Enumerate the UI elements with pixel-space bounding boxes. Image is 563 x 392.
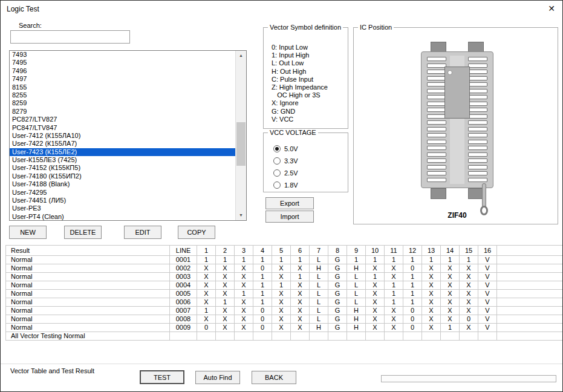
list-item[interactable]: User-7423 (К155ЛЕ2) [10,148,236,156]
ic-list-items: 74937495749674978155825582598279PC827/LT… [10,51,236,220]
list-item[interactable]: User-7422 (К155ЛА7) [10,140,236,148]
vcc-option[interactable]: 1.8V [273,179,298,191]
result-cell: Normal [6,298,170,307]
pin-cell: X [460,264,478,273]
table-row: Normal0004XXX11XLGLX11XXXV [6,281,563,290]
vector-symbol-line: 0: Input Low [272,44,328,51]
empty-cell [170,332,197,341]
radio-icon[interactable] [273,145,281,152]
empty-cell [291,332,310,341]
edit-button[interactable]: EDIT [124,226,161,239]
column-header: 3 [235,246,253,256]
pin-cell: X [197,298,216,307]
table-row: Normal0003XXX1X1LGL1X1XXXV [6,273,563,281]
pin-cell: X [366,281,385,290]
pin-cell: X [272,315,291,324]
pin-slot [468,70,487,74]
pin-slot [427,76,446,80]
pin-cell: X [441,298,460,307]
pin-slot [427,171,446,175]
list-item[interactable]: User-7412 (К155ЛА10) [10,132,236,140]
list-item[interactable]: 7495 [10,59,236,67]
pin-cell: L [310,298,328,307]
pin-cell: G [328,315,347,324]
pin-slot [427,120,446,125]
pin-cell: L [347,273,366,281]
scroll-thumb[interactable] [236,122,246,166]
pin-slot [468,152,487,157]
empty-cell [347,332,366,341]
ic-listbox[interactable]: 74937495749674978155825582598279PC827/LT… [9,50,247,221]
pin-cell: L [310,256,328,264]
pin-cell: X [235,281,253,290]
scroll-up-icon[interactable]: ▲ [236,51,246,60]
new-button[interactable]: NEW [9,226,47,239]
list-item[interactable]: PC827/LTV827 [10,116,236,123]
vcc-option[interactable]: 3.3V [273,155,298,167]
list-item[interactable]: User-74295 [10,189,236,197]
socket-tab [431,188,446,199]
pin-cell: 0 [403,264,422,273]
pin-slot [427,114,446,119]
vector-symbol-line: Z: High Impedance [272,83,328,91]
radio-icon[interactable] [273,169,281,177]
empty-cell [253,332,272,341]
pin-cell: X [216,273,235,281]
close-icon[interactable]: ✕ [548,4,555,13]
pin-cell: 1 [403,290,422,298]
search-input[interactable] [10,30,130,44]
list-item[interactable]: 8155 [10,83,236,91]
vector-symbol-group: Vector Symbol definition 0: Input Low1: … [263,27,348,129]
list-item[interactable]: User-РТ4 (Clean) [10,213,236,220]
list-item[interactable]: User-74188 (Blank) [10,180,236,188]
list-item[interactable]: 7493 [10,51,236,59]
export-button[interactable]: Export [265,197,314,209]
line-cell: 0006 [170,298,197,307]
back-button[interactable]: BACK [252,371,296,384]
pin-cell: X [216,324,235,332]
radio-icon[interactable] [273,181,281,189]
pin-cell [497,273,563,281]
list-item[interactable]: 7497 [10,75,236,83]
copy-button[interactable]: COPY [178,226,215,239]
pin-slot [427,133,446,137]
pin-cell: X [235,273,253,281]
list-item[interactable]: 8259 [10,99,236,107]
pin-cell [497,324,563,332]
pin-cell: 1 [403,298,422,307]
pin-cell: X [272,298,291,307]
column-header: 15 [460,246,478,256]
pin-cell: L [347,281,366,290]
pin-cell: X [422,273,441,281]
result-cell: Normal [6,264,170,273]
auto-find-button[interactable]: Auto Find [195,371,240,384]
vector-symbol-line: 1: Input High [272,51,328,59]
table-footer-row: All Vector Testing Normal [6,332,563,341]
pin-cell: X [460,324,478,332]
list-item[interactable]: 8279 [10,108,236,116]
scroll-down-icon[interactable]: ▼ [236,211,246,220]
pin-cell: X [197,281,216,290]
list-item[interactable]: User-74451 (ЛИ5) [10,197,236,204]
vcc-option-label: 1.8V [284,181,298,189]
column-header: 11 [385,246,403,256]
pin-cell: 1 [253,298,272,307]
pin-cell: X [366,324,385,332]
test-button[interactable]: TEST [140,370,184,384]
table-row: Normal0002XXX0XXHGHXX0XXXV [6,264,563,273]
vcc-voltage-title: VCC VOLTAGE [268,129,318,136]
list-item[interactable]: User-74152 (К155КП5) [10,164,236,172]
list-scrollbar[interactable]: ▲ ▼ [235,51,246,220]
list-item[interactable]: 8255 [10,91,236,99]
vcc-option[interactable]: 5.0V [273,143,298,155]
list-item[interactable]: PC847/LTV847 [10,124,236,132]
delete-button[interactable]: DELETE [64,226,102,239]
list-item[interactable]: User-74180 (К155ИП2) [10,172,236,180]
list-item[interactable]: User-РЕ3 [10,204,236,212]
vcc-option[interactable]: 2.5V [273,167,298,179]
list-item[interactable]: 7496 [10,67,236,75]
radio-icon[interactable] [273,157,281,165]
pin-cell: X [385,324,403,332]
import-button[interactable]: Import [265,211,314,223]
list-item[interactable]: User-К155ЛЕ3 (7425) [10,156,236,164]
